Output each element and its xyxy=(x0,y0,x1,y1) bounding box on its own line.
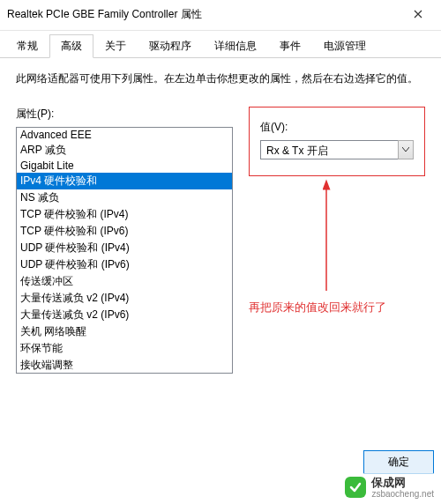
close-icon xyxy=(414,10,422,19)
property-label: 属性(P): xyxy=(16,107,233,122)
property-item[interactable]: 大量传送减负 v2 (IPv4) xyxy=(17,290,232,307)
close-button[interactable] xyxy=(402,5,434,23)
property-item[interactable]: 关机 网络唤醒 xyxy=(17,323,232,340)
tab-5[interactable]: 事件 xyxy=(268,34,312,57)
tab-6[interactable]: 电源管理 xyxy=(312,34,377,57)
window-title: Realtek PCIe GBE Family Controller 属性 xyxy=(7,7,202,22)
value-label: 值(V): xyxy=(260,120,414,135)
watermark: 保成网 zsbaocheng.net xyxy=(338,473,441,504)
property-item[interactable]: 传送缓冲区 xyxy=(17,273,232,290)
property-item[interactable]: 大量传送减负 v2 (IPv6) xyxy=(17,307,232,323)
tab-0[interactable]: 常规 xyxy=(5,34,49,57)
property-item[interactable]: UDP 硬件校验和 (IPv6) xyxy=(17,256,232,273)
tab-bar: 常规高级关于驱动程序详细信息事件电源管理 xyxy=(0,31,441,58)
chevron-down-icon xyxy=(402,147,409,152)
property-item[interactable]: TCP 硬件校验和 (IPv4) xyxy=(17,206,232,223)
property-item[interactable]: Advanced EEE xyxy=(17,128,232,142)
watermark-logo-icon xyxy=(345,477,366,498)
watermark-name: 保成网 xyxy=(371,477,434,489)
value-select[interactable]: Rx & Tx 开启 xyxy=(260,140,414,159)
property-item[interactable]: ARP 减负 xyxy=(17,142,232,159)
tab-1[interactable]: 高级 xyxy=(49,34,93,58)
tab-3[interactable]: 驱动程序 xyxy=(138,34,203,57)
value-select-text: Rx & Tx 开启 xyxy=(260,140,398,159)
property-item[interactable]: Gigabit Lite xyxy=(17,159,232,173)
watermark-url: zsbaocheng.net xyxy=(371,489,434,499)
property-item[interactable]: IPv4 硬件校验和 xyxy=(17,173,232,189)
tab-4[interactable]: 详细信息 xyxy=(203,34,268,57)
tab-2[interactable]: 关于 xyxy=(93,34,138,57)
property-item[interactable]: UDP 硬件校验和 (IPv4) xyxy=(17,240,232,256)
property-item[interactable]: 环保节能 xyxy=(17,340,232,357)
property-item[interactable]: 接收端调整 xyxy=(17,357,232,374)
value-framed-box: 值(V): Rx & Tx 开启 xyxy=(249,107,425,176)
property-item[interactable]: NS 减负 xyxy=(17,189,232,206)
description-text: 此网络适配器可使用下列属性。在左边单击你想更改的属性，然后在右边选择它的值。 xyxy=(16,70,425,87)
ok-button[interactable]: 确定 xyxy=(363,450,434,474)
value-select-button[interactable] xyxy=(398,140,414,159)
annotation-text: 再把原来的值改回来就行了 xyxy=(249,300,386,315)
property-item[interactable]: TCP 硬件校验和 (IPv6) xyxy=(17,223,232,240)
property-listbox[interactable]: Advanced EEEARP 减负Gigabit LiteIPv4 硬件校验和… xyxy=(16,127,233,374)
